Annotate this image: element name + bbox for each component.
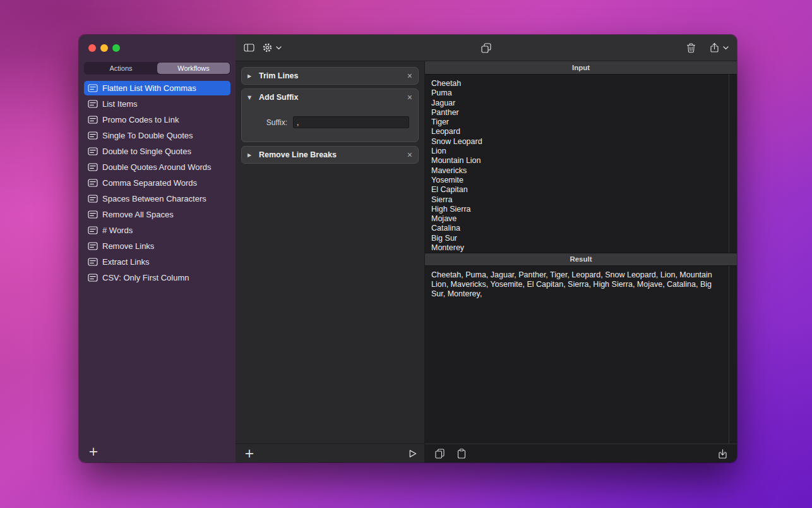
input-text-area[interactable]: Cheetah Puma Jaguar Panther Tiger Leopar… (425, 75, 737, 253)
suffix-label: Suffix: (251, 118, 287, 127)
suffix-input[interactable] (293, 116, 409, 128)
workflow-icon (88, 226, 98, 234)
workflow-icon (88, 116, 98, 124)
sidebar-item-flatten-list-with-commas[interactable]: Flatten List With Commas (84, 81, 230, 95)
save-result-icon[interactable] (718, 449, 727, 459)
workflow-icon (88, 195, 98, 203)
toolbar-right-group (686, 42, 737, 53)
add-step-button[interactable]: + (244, 447, 254, 459)
io-panel: Input Cheetah Puma Jaguar Panther Tiger … (425, 61, 737, 463)
disclosure-expanded-icon[interactable]: ▼ (248, 95, 254, 100)
sidebar-item-remove-links[interactable]: Remove Links (84, 239, 230, 253)
run-workflow-button[interactable] (408, 449, 417, 459)
sidebar-item-label: Promo Codes to Link (102, 115, 179, 124)
sidebar-item-label: Extract Links (102, 257, 149, 267)
toolbar-left-group (236, 42, 282, 53)
window-controls (88, 44, 236, 52)
sidebar-item-label: Spaces Between Characters (102, 194, 206, 203)
sidebar-item-label: Double Quotes Around Words (102, 162, 211, 172)
plus-icon: + (88, 444, 99, 458)
sidebar-item-label: Remove All Spaces (102, 210, 174, 219)
step-card-remove-line-breaks: ▶ Remove Line Breaks × (241, 146, 419, 164)
workflow-icon (88, 84, 98, 92)
tab-workflows[interactable]: Workflows (157, 63, 230, 74)
app-window: Actions Workflows Flatten List With Comm… (79, 35, 737, 463)
steps-list: ▶ Trim Lines × ▼ Add Suffix × (236, 61, 424, 444)
disclosure-collapsed-icon[interactable]: ▶ (248, 152, 254, 158)
workflow-icon (88, 131, 98, 140)
workflow-icon (88, 163, 98, 171)
close-icon[interactable]: × (407, 71, 412, 80)
result-text-area: Cheetah, Puma, Jaguar, Panther, Tiger, L… (425, 266, 737, 444)
sidebar-item-single-to-double-quotes[interactable]: Single To Double Quotes (84, 128, 230, 143)
copy-icon[interactable] (435, 449, 445, 459)
workflow-icon (88, 147, 98, 155)
step-header[interactable]: ▶ Remove Line Breaks × (242, 147, 418, 163)
sidebar-item-double-to-single-quotes[interactable]: Double to Single Quotes (84, 144, 230, 159)
tab-actions[interactable]: Actions (85, 63, 157, 74)
step-body: Suffix: (242, 106, 418, 142)
step-header[interactable]: ▼ Add Suffix × (242, 89, 418, 106)
step-title: Add Suffix (259, 93, 403, 102)
sidebar-item-list-items[interactable]: List Items (84, 97, 230, 111)
sidebar-item-label: Flatten List With Commas (102, 83, 196, 93)
share-icon (710, 42, 719, 53)
chevron-down-icon (723, 46, 729, 50)
result-header: Result (425, 253, 737, 266)
sidebar-item-label: CSV: Only First Column (102, 273, 189, 282)
chevron-down-icon (276, 46, 282, 50)
sidebar-item-spaces-between-characters[interactable]: Spaces Between Characters (84, 191, 230, 206)
close-icon[interactable]: × (407, 150, 412, 159)
minimize-window-button[interactable] (100, 44, 108, 52)
step-title: Trim Lines (259, 71, 403, 80)
sidebar-item-label: Remove Links (102, 241, 154, 251)
io-bottom-bar (425, 444, 737, 463)
paste-icon[interactable] (457, 449, 466, 459)
sidebar-segmented-control: Actions Workflows (84, 62, 230, 75)
sidebar-item-label: Single To Double Quotes (102, 131, 193, 140)
close-window-button[interactable] (88, 44, 96, 52)
zoom-window-button[interactable] (112, 44, 120, 52)
workflow-settings-button[interactable] (262, 42, 282, 53)
step-header[interactable]: ▶ Trim Lines × (242, 68, 418, 84)
share-button[interactable] (710, 42, 729, 53)
step-title: Remove Line Breaks (259, 150, 403, 159)
workflow-icon (88, 210, 98, 219)
step-card-add-suffix: ▼ Add Suffix × Suffix: (241, 88, 419, 142)
sidebar-item-label: Double to Single Quotes (102, 147, 191, 156)
workflow-list: Flatten List With Commas List Items Prom… (79, 81, 236, 463)
content-area: ▶ Trim Lines × ▼ Add Suffix × (236, 61, 737, 463)
sidebar-item-label: Comma Separated Words (102, 178, 197, 188)
step-card-trim-lines: ▶ Trim Lines × (241, 67, 419, 85)
gear-icon (262, 42, 273, 53)
sidebar-item-csv-only-first-column[interactable]: CSV: Only First Column (84, 270, 230, 285)
workflow-icon (88, 100, 98, 108)
workflow-icon (88, 242, 98, 250)
workflow-icon (88, 179, 98, 187)
sidebar-item-words[interactable]: # Words (84, 223, 230, 238)
duplicate-icon[interactable] (481, 42, 492, 53)
sidebar-item-double-quotes-around-words[interactable]: Double Quotes Around Words (84, 160, 230, 174)
disclosure-collapsed-icon[interactable]: ▶ (248, 73, 254, 79)
toolbar (236, 35, 737, 61)
add-workflow-button[interactable]: + (88, 445, 99, 458)
workflow-steps-panel: ▶ Trim Lines × ▼ Add Suffix × (236, 61, 425, 463)
sidebar: Actions Workflows Flatten List With Comm… (79, 35, 236, 463)
sidebar-toggle-icon[interactable] (244, 44, 254, 52)
steps-bottom-bar: + (236, 444, 424, 463)
workflow-icon (88, 274, 98, 282)
sidebar-item-promo-codes-to-link[interactable]: Promo Codes to Link (84, 112, 230, 127)
sidebar-item-extract-links[interactable]: Extract Links (84, 255, 230, 269)
workflow-icon (88, 258, 98, 266)
toolbar-center-group (481, 42, 492, 53)
input-header: Input (425, 61, 737, 75)
main-area: ▶ Trim Lines × ▼ Add Suffix × (236, 35, 737, 463)
sidebar-item-remove-all-spaces[interactable]: Remove All Spaces (84, 207, 230, 222)
sidebar-item-comma-separated-words[interactable]: Comma Separated Words (84, 176, 230, 190)
sidebar-item-label: List Items (102, 99, 138, 109)
close-icon[interactable]: × (407, 93, 412, 102)
sidebar-item-label: # Words (102, 226, 133, 235)
trash-icon[interactable] (686, 43, 696, 53)
